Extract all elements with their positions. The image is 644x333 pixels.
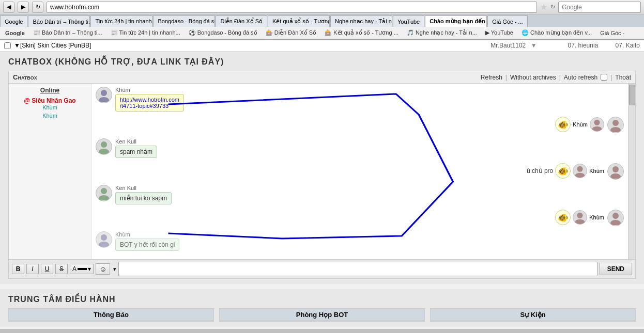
emoji-dropdown-icon: ▾ [113,266,116,273]
bookmark-google[interactable]: Google [2,29,28,37]
admin-section: TRUNG TÂM ĐIỀU HÀNH Thông Báo Phòng Họp … [0,289,644,327]
browser-titlebar: ◀ ▶ ↻ ★ ↻ [0,0,644,14]
bookmark-gia[interactable]: Giá Góc - [597,29,627,37]
chatbox-toolbar: B I U S A ▾ ☺ ▾ SEND [9,259,635,278]
refresh-link[interactable]: Refresh [481,74,502,81]
tab-chaomung[interactable]: Chào mừng bạn đến v... [425,15,487,27]
chat-content-2: 🐠 Khùm [555,117,604,132]
chat-bubble-7: BOT y hết rồi còn gi [115,239,179,251]
color-button[interactable]: A ▾ [70,264,94,274]
chatbox-controls: Refresh | Without archives | Auto refres… [481,74,631,81]
chat-username-1: Khùm [115,87,184,93]
sidebar-user-1: @ Siêu Nhân Gao Khùm [11,97,89,110]
khum-label-2: Khùm [573,121,588,128]
chat-username-3: Ken Kull [115,138,157,145]
chatbox-scrollbar[interactable] [628,84,635,259]
send-button[interactable]: SEND [600,263,632,275]
tab-google[interactable]: Google [0,15,27,27]
svg-point-2 [612,120,619,126]
tab-baodantri[interactable]: Báo Dân trí – Thông ti... [28,15,90,27]
svg-point-19 [99,242,109,247]
chat-message-4: ù chủ pro 🐠 Khùm [96,163,624,180]
svg-point-8 [612,166,619,172]
avatar-4 [607,163,624,180]
avatar-7 [96,231,112,248]
svg-point-1 [99,97,109,102]
skin-author: Mr.Baut1102 ▼ [490,42,536,49]
page-content: ▼[Skin] Skin Cities [PunBB] Mr.Baut1102 … [0,40,644,329]
svg-point-13 [99,195,109,200]
chatbox-messages[interactable]: Khùm http://www.hotrofm.com/t4711-topic#… [91,84,628,259]
chat-bubble-5: miễn tui ko sapm [115,192,172,204]
forward-button[interactable]: ▶ [18,2,29,13]
tab-bongdaso[interactable]: Bongdaso - Bóng đá số [153,15,215,27]
avatar-6 [607,210,624,226]
tabs-bar: Google Báo Dân trí – Thông ti... Tin tức… [0,14,644,27]
bookmarks-bar: Google 📰 Báo Dân trí – Thông ti... 📰 Tin… [0,27,644,39]
bookmark-chao[interactable]: 🌐 Chào mừng bạn đến v... [518,29,595,37]
uchupro-label: ù chủ pro [527,167,553,175]
auto-refresh-checkbox[interactable] [601,74,607,81]
bookmark-youtube[interactable]: ▶ YouTube [482,29,516,37]
skin-checkbox[interactable] [4,42,11,49]
chat-content-7: Khùm BOT y hết rồi còn gi [115,231,179,251]
avatar-1 [96,87,112,103]
admin-card-phong: Phòng Họp BOT [219,308,425,322]
skin-name: ▼[Skin] Skin Cities [PunBB] [14,42,91,49]
chat-message-6: 🐠 Khùm [96,210,624,226]
chat-input[interactable] [118,262,597,276]
online-label: Online [11,87,89,94]
chatbox-sidebar: Online @ Siêu Nhân Gao Khùm Khùm [9,84,91,259]
chat-message-7: Khùm BOT y hết rồi còn gi [96,231,624,251]
avatar-5 [96,185,112,201]
strikethrough-button[interactable]: S [55,264,68,274]
tab-dienthuong[interactable]: Diễn Đàn Xổ Số [216,15,267,27]
admin-card-phong-header: Phòng Họp BOT [220,309,424,321]
bookmark-ketqua[interactable]: 🎰 Kết quả xổ số - Tương ... [321,29,402,37]
emoji-button[interactable]: ☺ [96,263,110,275]
chat-content-4: ù chủ pro 🐠 Khùm [527,163,604,179]
bookmark-diendan[interactable]: 🎰 Diễn Đàn Xổ Số [263,29,320,37]
chatbox-label: Chatbox [13,73,37,81]
back-button[interactable]: ◀ [3,2,14,13]
sidebar-user-2: Khùm [11,112,89,119]
tab-tintuc24h[interactable]: Tin tức 24h | tin nhanh... [90,15,152,27]
url-bar[interactable] [47,2,537,13]
bookmark-tintuc[interactable]: 📰 Tin tức 24h | tin nhanh... [108,29,183,37]
svg-point-5 [592,126,602,132]
browser-chrome: ◀ ▶ ↻ ★ ↻ Google Báo Dân trí – Thông ti.… [0,0,644,40]
avatar-6b [573,210,587,225]
svg-point-9 [610,173,621,179]
scrollbar-thumb[interactable] [629,85,635,105]
tab-youtube[interactable]: YouTube [393,15,424,27]
chat-message-3: Ken Kull spam nhảm [96,138,624,158]
refresh-button[interactable]: ↻ [32,2,43,13]
tab-nghenha[interactable]: Nghe nhạc hay - Tải n... [330,15,392,27]
search-input[interactable] [558,2,641,13]
chat-content-5: Ken Kull miễn tui ko sapm [115,185,172,204]
svg-point-4 [594,120,600,125]
refresh-icon2: ↻ [550,4,555,10]
bookmark-baodantri[interactable]: 📰 Báo Dân trí – Thông ti... [30,29,105,37]
without-archives-link[interactable]: Without archives [510,74,556,81]
svg-point-14 [612,213,619,219]
svg-point-12 [101,188,107,194]
underline-button[interactable]: U [41,264,53,274]
sticker-4: 🐠 [555,163,571,179]
bold-button[interactable]: B [12,264,24,274]
tab-giagoc[interactable]: Giá Góc - ... [487,15,527,27]
italic-button[interactable]: I [26,264,39,274]
thoat-link[interactable]: Thoát [615,74,631,81]
svg-point-0 [101,90,107,96]
svg-point-15 [610,220,621,225]
tab-ketqua[interactable]: Kết quả xổ số - Tương ... [268,15,330,27]
skin-stats: 07. hieunia 07. Kaito [568,42,640,49]
bookmark-bongdaso[interactable]: ⚽ Bongdaso - Bóng đá số [186,29,260,37]
bookmark-nghenha[interactable]: 🎵 Nghe nhạc hay - Tải n... [404,29,480,37]
star-button[interactable]: ★ [540,2,547,12]
chat-username-5: Ken Kull [115,185,172,191]
chatbox-header: Chatbox Refresh | Without archives | Aut… [9,71,635,84]
auto-refresh-link[interactable]: Auto refresh [564,74,597,81]
sticker-2: 🐠 [555,117,571,132]
svg-point-3 [610,127,621,132]
